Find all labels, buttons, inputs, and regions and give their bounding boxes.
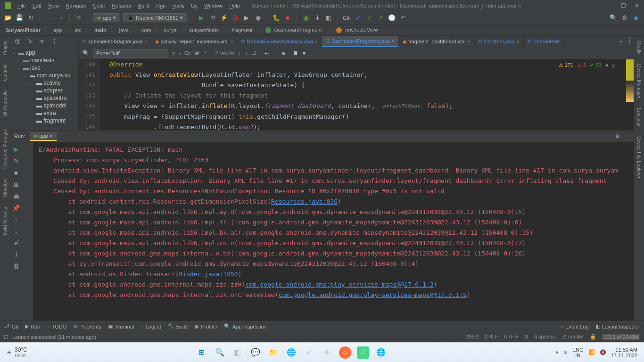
build-tab[interactable]: 🔨 Build: [168, 323, 188, 329]
regex-toggle[interactable]: .*: [203, 50, 206, 56]
menu-git[interactable]: Git: [189, 2, 200, 9]
forward-icon[interactable]: →: [56, 14, 65, 22]
close-icon[interactable]: ×: [468, 39, 471, 44]
filter-icon[interactable]: ▼: [301, 50, 306, 56]
git-history-icon[interactable]: 🕐: [388, 14, 396, 22]
emulator-tool[interactable]: Emulator: [636, 108, 642, 127]
up-icon[interactable]: ↑: [15, 215, 18, 222]
close-button[interactable]: ✕: [635, 2, 639, 9]
menu-window[interactable]: Window: [202, 2, 225, 9]
indent[interactable]: 4 spaces: [534, 334, 555, 340]
wifi-icon[interactable]: 📶: [588, 349, 595, 355]
clock[interactable]: 11:50 AM: [611, 347, 637, 353]
app-icon-orange[interactable]: ○: [339, 346, 351, 359]
code-area[interactable]: ⚠ 171 ⚠ 3 ✔ 53 ʌ v 140 141 142 143 144 1…: [79, 59, 634, 130]
close-icon[interactable]: ×: [231, 39, 233, 44]
git-commit-icon[interactable]: ✓: [365, 14, 373, 22]
coverage-icon[interactable]: ▶: [242, 14, 251, 22]
crumb[interactable]: fragment: [230, 27, 254, 33]
clear-icon[interactable]: 🗑: [13, 263, 19, 270]
clear-icon[interactable]: ×: [172, 50, 175, 56]
rerun-icon[interactable]: ▶: [14, 146, 18, 153]
run-tab[interactable]: ▰app ×: [30, 132, 57, 141]
apply-code-icon[interactable]: ⚡: [220, 14, 228, 22]
expand-icon[interactable]: ⇲: [25, 37, 34, 46]
project-tree[interactable]: ⌄▬ app ›▬ manifests ⌄▬ java ⌄▬ com.surya…: [10, 47, 78, 126]
close-icon[interactable]: ×: [144, 39, 147, 44]
wrap-icon[interactable]: ↲: [14, 239, 19, 246]
select-all-occ-icon[interactable]: ≡: [282, 50, 285, 56]
crumb[interactable]: surya: [162, 27, 179, 33]
tree-item[interactable]: ›▬ fragment: [10, 117, 78, 124]
commit-tool[interactable]: Commit: [2, 65, 8, 81]
appinspection-tab[interactable]: 🔍 App Inspection: [224, 323, 267, 329]
git-push-icon[interactable]: ↗: [376, 14, 385, 22]
chevron-up-icon[interactable]: ʌ: [605, 62, 609, 68]
run-config-selector[interactable]: ▰ app ▾: [93, 13, 120, 22]
todo-tab[interactable]: ≡ TODO: [47, 324, 66, 329]
tree-item[interactable]: ⌄▬ java: [10, 64, 78, 72]
whatsnew-icon[interactable]: ◆: [632, 14, 640, 22]
add-selection-icon[interactable]: +↓: [264, 50, 270, 56]
close-icon[interactable]: ×: [392, 39, 395, 44]
word-toggle[interactable]: W: [195, 50, 199, 56]
menu-file[interactable]: File: [15, 2, 28, 9]
todo-app-icon[interactable]: ✓: [303, 346, 315, 359]
tab-active[interactable]: ©DashboardFragment.java×: [322, 36, 399, 47]
find-icon[interactable]: 🔍: [83, 50, 89, 56]
caret-position[interactable]: 299:1: [466, 334, 479, 340]
date[interactable]: 17-11-2022: [611, 353, 637, 358]
profile-icon[interactable]: ◉: [254, 14, 262, 22]
explorer-icon[interactable]: 📁: [267, 346, 280, 359]
menu-run[interactable]: Run: [154, 2, 168, 9]
stop-icon[interactable]: ■: [283, 14, 292, 22]
lock-icon[interactable]: 🔒: [590, 334, 596, 340]
chat-icon[interactable]: 💬: [249, 346, 262, 359]
crumb[interactable]: SuryamFinder: [4, 27, 42, 33]
menu-view[interactable]: View: [46, 2, 62, 9]
close-icon[interactable]: ×: [517, 39, 520, 44]
memory[interactable]: 1013 of 2048M: [602, 334, 640, 340]
crumb[interactable]: src: [73, 27, 83, 33]
project-tool[interactable]: Project: [2, 41, 8, 55]
tabs-dropdown-icon[interactable]: ⌄: [617, 36, 625, 44]
options-icon[interactable]: ⋮: [50, 37, 58, 46]
tray-app-icon[interactable]: ⊙: [563, 349, 568, 355]
resource-icon[interactable]: ◧: [324, 14, 333, 22]
apply-changes-icon[interactable]: ⟲: [208, 14, 217, 22]
line-ending[interactable]: CRLF: [485, 334, 498, 340]
tree-item[interactable]: ›▬ adapter: [10, 87, 78, 94]
tree-item[interactable]: ›▬ extra: [10, 109, 78, 117]
git-branch[interactable]: ⎇ master: [561, 334, 584, 340]
tree-root[interactable]: ⌄▬ app: [10, 49, 78, 57]
case-toggle[interactable]: Cc: [184, 50, 190, 56]
sdk-icon[interactable]: ⬇: [313, 14, 322, 22]
gradle-tool[interactable]: Gradle: [636, 41, 642, 55]
devicemanager-tool[interactable]: Device Manager: [636, 64, 642, 99]
open-icon[interactable]: 📂: [4, 14, 12, 22]
tab[interactable]: ©SharedPref: [524, 36, 564, 47]
remove-selection-icon[interactable]: -↓: [274, 50, 278, 56]
attach-icon[interactable]: ✎: [14, 157, 19, 165]
crumb[interactable]: DashboardFragment: [264, 27, 326, 33]
chrome2-icon[interactable]: 🌐: [375, 346, 387, 359]
crumb[interactable]: onCreateView: [334, 27, 381, 33]
run-output[interactable]: E/AndroidRuntime: FATAL EXCEPTION: main …: [33, 142, 634, 321]
tree-item[interactable]: ›▬ apicontro: [10, 94, 78, 102]
tree-item[interactable]: ⌄▬ com.surya.su: [10, 72, 78, 79]
weather-widget[interactable]: ☀ 30°C Haze: [7, 346, 27, 358]
logcat-tab[interactable]: ≡ Logcat: [140, 324, 161, 329]
telegram-icon[interactable]: ✈: [321, 346, 333, 359]
sync-icon[interactable]: ↻: [26, 14, 35, 22]
menu-tools[interactable]: Tools: [170, 2, 187, 9]
search-input[interactable]: [93, 49, 168, 58]
menu-refactor[interactable]: Refactor: [109, 2, 134, 9]
arrow-down-icon[interactable]: ↓: [245, 50, 248, 56]
device-selector[interactable]: 📱 Realme RMX1851 ▾: [123, 13, 187, 22]
search-taskbar-icon[interactable]: 🔍: [214, 346, 226, 359]
tree-item[interactable]: ›▬ activity: [10, 79, 78, 87]
crumb[interactable]: main: [92, 27, 108, 33]
chevron-down-icon[interactable]: v: [612, 63, 615, 68]
menu-help[interactable]: Help: [227, 2, 242, 9]
run-tab-btn[interactable]: ▶ Run: [25, 323, 40, 329]
